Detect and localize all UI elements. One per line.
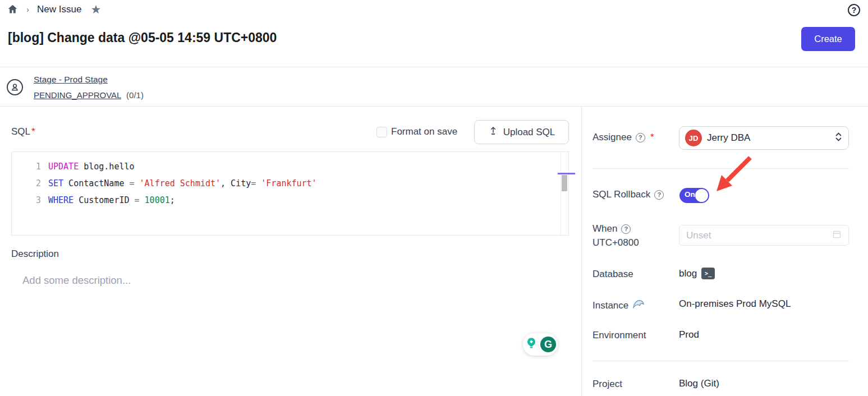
required-asterisk: * (31, 126, 35, 137)
assignee-required-asterisk: * (650, 132, 654, 143)
instance-label: Instance (593, 300, 628, 311)
assignee-select[interactable]: JD Jerry DBA (679, 126, 849, 150)
code-line: 1UPDATE blog.hello (12, 158, 557, 175)
sidebar-divider-bottom (593, 361, 849, 361)
when-help-icon[interactable]: ? (621, 224, 631, 234)
assignee-help-icon[interactable]: ? (636, 133, 645, 142)
environment-label: Environment (593, 330, 646, 341)
breadcrumb: › New Issue ★ (7, 3, 101, 15)
sql-rollback-help-icon[interactable]: ? (654, 190, 664, 200)
assignee-value: Jerry DBA (707, 132, 829, 144)
issue-sidebar: Assignee ? * JD Jerry DBA SQL Rollback ?… (582, 107, 868, 396)
stage-progress: (0/1) (126, 90, 144, 100)
mysql-dolphin-icon (632, 299, 645, 312)
stage-bar: Stage - Prod Stage PENDING_APPROVAL (0/1… (0, 67, 868, 107)
sql-editor-lines: 1UPDATE blog.hello2SET ContactName = 'Al… (12, 158, 557, 209)
new-issue-page: › New Issue ★ ? [blog] Change data @05-0… (0, 0, 868, 396)
description-input[interactable]: Add some description... (22, 274, 131, 287)
code-line: 3WHERE CustomerID = 10001; (12, 192, 557, 209)
breadcrumb-page-label: New Issue (37, 4, 81, 15)
editor-overview-marker (558, 173, 575, 174)
sql-console-icon[interactable]: >_ (701, 268, 715, 279)
upload-sql-label: Upload SQL (503, 127, 555, 138)
database-value: blog (679, 268, 697, 279)
format-on-save-label: Format on save (391, 126, 457, 137)
database-label: Database (593, 269, 633, 280)
stage-link[interactable]: Stage - Prod Stage (34, 75, 108, 85)
stage-status-row: PENDING_APPROVAL (0/1) (34, 90, 144, 100)
editor-scrollbar[interactable] (561, 152, 568, 235)
editor-scrollbar-thumb[interactable] (562, 175, 567, 191)
assignee-label: Assignee (593, 132, 632, 143)
stage-status-link[interactable]: PENDING_APPROVAL (34, 90, 121, 100)
project-label: Project (593, 379, 622, 390)
rollback-label-row: SQL Rollback ? (593, 189, 664, 200)
upload-icon (488, 126, 498, 139)
when-timezone: UTC+0800 (593, 237, 639, 248)
sql-label: SQL* (11, 126, 35, 137)
grammarly-icon[interactable]: G (540, 337, 556, 352)
sql-rollback-toggle[interactable]: On (679, 188, 709, 203)
help-icon[interactable]: ? (848, 4, 860, 16)
create-button[interactable]: Create (801, 27, 855, 51)
when-placeholder: Unset (686, 230, 832, 241)
home-icon[interactable] (7, 3, 19, 15)
chevron-right-icon: › (24, 4, 31, 14)
assignee-avatar: JD (685, 130, 702, 146)
code-line: 2SET ContactName = 'Alfred Schmidt', Cit… (12, 175, 557, 192)
when-label: When (593, 223, 617, 234)
format-on-save-checkbox[interactable] (376, 127, 387, 137)
when-datetime-input[interactable]: Unset (679, 225, 849, 246)
suggestion-bulb-icon[interactable] (525, 337, 538, 352)
assignee-avatar-icon (7, 79, 23, 95)
select-chevrons-icon (834, 131, 843, 145)
sidebar-divider (593, 168, 849, 169)
sql-rollback-label: SQL Rollback (593, 189, 650, 200)
upload-sql-button[interactable]: Upload SQL (474, 120, 569, 144)
assignee-label-row: Assignee ? * (593, 132, 654, 143)
environment-value: Prod (679, 329, 699, 340)
when-label-row: When ? (593, 223, 631, 234)
toggle-state-label: On (685, 190, 695, 199)
sql-editor[interactable]: 1UPDATE blog.hello2SET ContactName = 'Al… (11, 151, 569, 236)
description-label: Description (11, 248, 59, 260)
instance-value: On-premises Prod MySQL (679, 298, 791, 310)
project-value: Blog (Git) (679, 378, 719, 389)
database-value-row: blog >_ (679, 268, 715, 279)
instance-label-row: Instance (593, 299, 645, 312)
star-icon[interactable]: ★ (90, 3, 101, 15)
calendar-icon (832, 229, 842, 241)
main-panel: SQL* Format on save Upload SQL 1UPDATE b… (0, 107, 582, 396)
toggle-knob (695, 189, 708, 202)
page-title: [blog] Change data @05-05 14:59 UTC+0800 (8, 30, 277, 45)
grammarly-widget[interactable]: G (523, 333, 558, 356)
